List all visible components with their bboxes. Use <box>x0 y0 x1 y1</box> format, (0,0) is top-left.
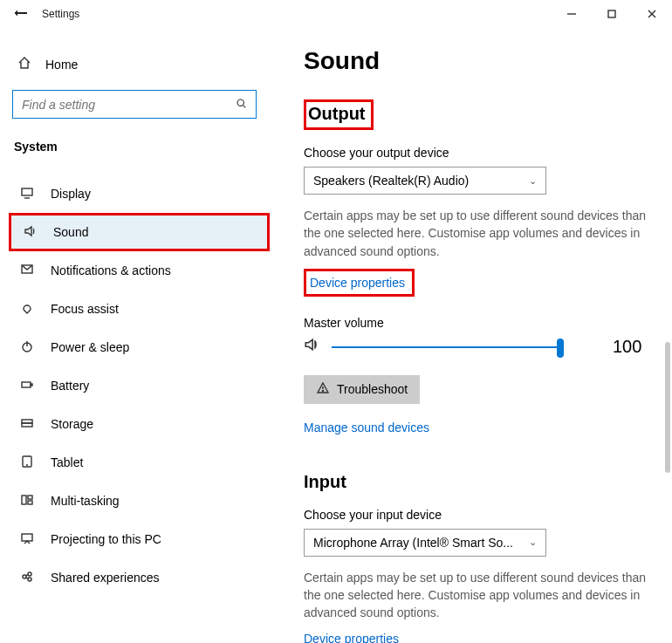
sidebar-item-focus-assist[interactable]: Focus assist <box>12 290 269 328</box>
output-device-dropdown[interactable]: Speakers (Realtek(R) Audio) ⌄ <box>304 167 546 195</box>
sidebar-item-label: Sound <box>53 225 88 239</box>
master-volume-slider[interactable] <box>332 337 560 358</box>
warning-icon <box>316 381 330 398</box>
sidebar-item-label: Battery <box>51 379 89 393</box>
maximize-button[interactable] <box>592 0 632 28</box>
multitasking-icon <box>19 493 35 510</box>
sidebar-item-label: Display <box>51 187 91 201</box>
sidebar-item-display[interactable]: Display <box>12 174 269 213</box>
sidebar-item-tablet[interactable]: Tablet <box>12 443 269 482</box>
output-device-properties-link[interactable]: Device properties <box>310 276 405 290</box>
svg-rect-14 <box>22 423 32 427</box>
window-title: Settings <box>42 8 79 20</box>
sidebar-item-label: Power & sleep <box>51 340 129 354</box>
output-choose-label: Choose your output device <box>304 146 655 160</box>
search-input[interactable] <box>22 98 236 112</box>
sidebar: Home System Display Sound Notifications … <box>0 28 279 643</box>
home-label: Home <box>45 58 78 72</box>
svg-rect-18 <box>28 496 32 499</box>
manage-sound-devices-link[interactable]: Manage sound devices <box>304 421 429 434</box>
focus-assist-icon <box>19 301 35 318</box>
svg-point-21 <box>23 575 26 578</box>
svg-rect-20 <box>22 534 32 541</box>
sidebar-item-sound[interactable]: Sound <box>9 213 270 251</box>
tablet-icon <box>19 455 35 471</box>
sidebar-item-projecting[interactable]: Projecting to this PC <box>12 520 269 558</box>
input-device-dropdown[interactable]: Microphone Array (Intel® Smart So... ⌄ <box>304 529 546 557</box>
sound-icon <box>22 224 38 241</box>
svg-rect-11 <box>22 382 31 387</box>
input-description: Certain apps may be set up to use differ… <box>304 569 655 622</box>
svg-rect-17 <box>22 496 26 504</box>
output-description: Certain apps may be set up to use differ… <box>304 207 655 260</box>
search-icon <box>236 98 247 112</box>
scrollbar-thumb[interactable] <box>665 342 670 473</box>
close-button[interactable] <box>632 0 672 28</box>
projecting-icon <box>19 531 35 548</box>
sidebar-item-label: Storage <box>51 417 93 431</box>
minimize-button[interactable] <box>552 0 592 28</box>
svg-point-27 <box>322 390 323 391</box>
master-volume-label: Master volume <box>304 316 655 330</box>
page-title: Sound <box>304 47 655 75</box>
output-heading: Output <box>308 104 366 124</box>
svg-line-5 <box>243 105 246 107</box>
sidebar-item-multitasking[interactable]: Multi-tasking <box>12 482 269 520</box>
input-device-selected: Microphone Array (Intel® Smart So... <box>313 536 513 550</box>
svg-line-25 <box>26 578 29 578</box>
sidebar-item-notifications[interactable]: Notifications & actions <box>12 251 269 290</box>
master-volume-value: 100 <box>613 337 641 357</box>
notifications-icon <box>19 263 35 279</box>
sidebar-item-label: Tablet <box>51 455 83 469</box>
input-device-properties-link[interactable]: Device properties <box>304 632 399 643</box>
sidebar-item-shared-experiences[interactable]: Shared experiences <box>12 558 269 597</box>
svg-point-22 <box>28 572 31 576</box>
svg-rect-12 <box>31 384 32 386</box>
svg-rect-19 <box>28 501 32 504</box>
svg-line-24 <box>26 574 29 575</box>
input-choose-label: Choose your input device <box>304 508 655 522</box>
search-box[interactable] <box>12 90 257 119</box>
troubleshoot-label: Troubleshoot <box>337 382 408 396</box>
volume-icon[interactable] <box>304 337 319 357</box>
sidebar-item-label: Shared experiences <box>51 571 160 585</box>
main-content: Sound Output Choose your output device S… <box>279 28 672 643</box>
home-icon <box>17 56 31 72</box>
display-icon <box>19 186 35 202</box>
sidebar-item-battery[interactable]: Battery <box>12 366 269 405</box>
storage-icon <box>19 416 35 433</box>
category-header: System <box>14 140 279 154</box>
svg-rect-6 <box>22 188 32 195</box>
svg-point-4 <box>237 99 243 106</box>
output-device-selected: Speakers (Realtek(R) Audio) <box>313 174 469 188</box>
troubleshoot-button[interactable]: Troubleshoot <box>304 375 420 404</box>
sidebar-item-label: Multi-tasking <box>51 494 120 508</box>
minimize-icon <box>565 7 579 21</box>
battery-icon <box>19 378 35 394</box>
sidebar-item-label: Notifications & actions <box>51 263 171 277</box>
home-nav[interactable]: Home <box>12 51 279 90</box>
close-icon <box>645 7 659 21</box>
sidebar-item-label: Focus assist <box>51 302 119 316</box>
maximize-icon <box>605 7 619 21</box>
chevron-down-icon: ⌄ <box>529 175 537 187</box>
power-icon <box>19 339 35 356</box>
sidebar-item-storage[interactable]: Storage <box>12 405 269 443</box>
svg-point-23 <box>28 578 31 581</box>
svg-rect-1 <box>608 10 615 17</box>
chevron-down-icon: ⌄ <box>529 537 537 548</box>
input-heading: Input <box>304 472 655 492</box>
back-button[interactable]: 🠔 <box>0 6 42 22</box>
shared-icon <box>19 570 35 586</box>
sidebar-item-power-sleep[interactable]: Power & sleep <box>12 328 269 366</box>
sidebar-item-label: Projecting to this PC <box>51 532 161 546</box>
